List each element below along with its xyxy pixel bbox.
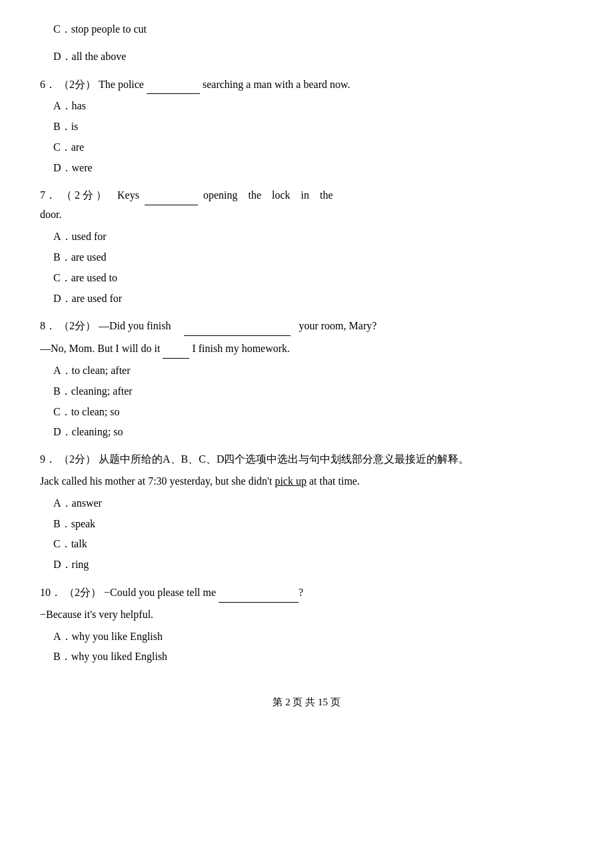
option-label: A．answer	[53, 497, 102, 509]
question-text-line1: 8． （2分） —Did you finish your room, Mary?	[40, 316, 573, 336]
option-label: C．stop people to cut	[53, 23, 147, 35]
question-score: （ 2 分 ）	[61, 186, 107, 205]
option-label: C．are used to	[53, 272, 117, 283]
question-6: 6． （2分） The police searching a man with …	[40, 75, 573, 178]
option-d: D．cleaning; so	[53, 423, 573, 442]
option-label: D．were	[53, 162, 93, 173]
question-body-line2: —No, Mom. But I will do it I finish my h…	[40, 343, 290, 354]
option-a: A．to clean; after	[53, 361, 573, 381]
option-d: D．were	[53, 159, 573, 178]
page-number: 第 2 页 共 15 页	[273, 697, 340, 707]
option-label: D．all the above	[53, 51, 126, 62]
option-c: C．are	[53, 138, 573, 157]
option-c: C．talk	[53, 535, 573, 554]
option-b: B．are used	[53, 248, 573, 267]
option-label: C．are	[53, 141, 84, 153]
option-label: B．speak	[53, 518, 95, 529]
question-body: Keys	[117, 186, 139, 205]
option-b: B．why you liked English	[53, 647, 573, 667]
option-d: D．are used for	[53, 289, 573, 309]
question-body: The police searching a man with a beard …	[99, 79, 350, 90]
option-d: D．ring	[53, 555, 573, 575]
question-body-before: —Did you finish	[99, 320, 181, 331]
question-text: 7． （ 2 分 ） Keys opening the lock in the …	[40, 186, 573, 225]
question-number: 10．	[40, 587, 61, 598]
question-score: （2分）	[64, 587, 101, 598]
option-label: A．to clean; after	[53, 365, 131, 376]
option-label: B．are used	[53, 251, 107, 263]
question-number: 6．	[40, 79, 56, 90]
option-c: C．are used to	[53, 269, 573, 288]
option-b: B．cleaning; after	[53, 382, 573, 401]
option-line: C．stop people to cut	[53, 20, 573, 39]
question-text: 6． （2分） The police searching a man with …	[40, 75, 573, 95]
blank-field	[219, 583, 299, 603]
question-body-line2: −Because it's very helpful.	[40, 609, 153, 620]
blank-field	[147, 75, 200, 95]
question-number: 9．	[40, 453, 56, 465]
option-b: B．speak	[53, 515, 573, 534]
question-context: Jack called his mother at 7:30 yesterday…	[40, 472, 573, 491]
option-label: D．cleaning; so	[53, 426, 123, 437]
blank-field-2	[163, 339, 189, 359]
question-10: 10． （2分） −Could you please tell me ? −Be…	[40, 583, 573, 667]
question-body-before: −Could you please tell me ?	[104, 587, 303, 598]
option-a: A．has	[53, 97, 573, 116]
page-footer: 第 2 页 共 15 页	[40, 693, 573, 711]
question-body-after: your room, Mary?	[293, 320, 376, 331]
question-8: 8． （2分） —Did you finish your room, Mary?…	[40, 316, 573, 442]
question-score: （2分）	[59, 79, 96, 90]
option-label: A．used for	[53, 231, 107, 242]
option-label: B．is	[53, 121, 78, 132]
option-label: D．are used for	[53, 293, 122, 304]
option-label: C．to clean; so	[53, 406, 120, 417]
question-text: 9． （2分） 从题中所给的A、B、C、D四个选项中选出与句中划线部分意义最接近…	[40, 450, 573, 469]
option-label: A．has	[53, 100, 86, 111]
question-9: 9． （2分） 从题中所给的A、B、C、D四个选项中选出与句中划线部分意义最接近…	[40, 450, 573, 575]
question-7: 7． （ 2 分 ） Keys opening the lock in the …	[40, 186, 573, 309]
blank-field-1	[184, 316, 291, 336]
context-text: Jack called his mother at 7:30 yesterday…	[40, 475, 360, 487]
option-c-prev: C．stop people to cut	[40, 20, 573, 39]
blank-field	[145, 186, 198, 206]
option-a: A．answer	[53, 494, 573, 513]
question-text-line1: 10． （2分） −Could you please tell me ?	[40, 583, 573, 603]
question-instruction: 从题中所给的A、B、C、D四个选项中选出与句中划线部分意义最接近的解释。	[99, 453, 469, 465]
option-b: B．is	[53, 117, 573, 137]
question-text-line2: −Because it's very helpful.	[40, 605, 573, 625]
option-label: A．why you like English	[53, 631, 163, 642]
question-text-line2: —No, Mom. But I will do it I finish my h…	[40, 339, 573, 359]
question-body-cont: opening the lock in the	[203, 186, 333, 205]
question-number: 7．	[40, 186, 56, 205]
option-line: D．all the above	[53, 47, 573, 67]
option-label: B．why you liked English	[53, 651, 167, 662]
question-score: （2分）	[59, 320, 96, 331]
option-c: C．to clean; so	[53, 403, 573, 422]
option-a: A．used for	[53, 227, 573, 247]
question-number: 8．	[40, 320, 56, 331]
option-label: C．talk	[53, 538, 87, 549]
option-label: B．cleaning; after	[53, 385, 133, 397]
option-d-prev: D．all the above	[40, 47, 573, 67]
question-body-wrap: door.	[40, 205, 573, 225]
question-score: （2分）	[59, 453, 96, 465]
option-label: D．ring	[53, 559, 89, 570]
option-a: A．why you like English	[53, 627, 573, 647]
